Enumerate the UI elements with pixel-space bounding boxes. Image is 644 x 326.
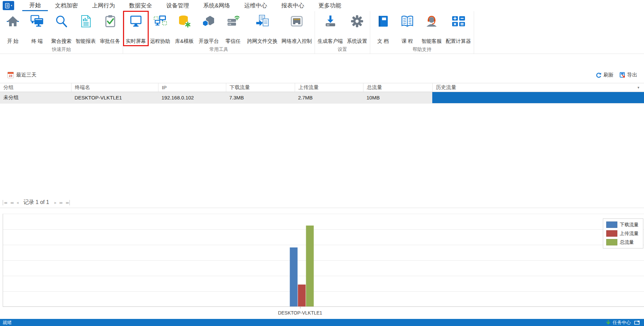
task-window-icon[interactable] [634,321,640,325]
cell-ip: 192.168.0.102 [158,92,226,103]
ribbon: 开 始 终 端 [0,11,644,54]
app-menu-icon [5,3,10,8]
next-page-button[interactable]: ▸ [54,200,56,205]
terminal-icon [30,13,45,29]
pagination-bar: ◂◂ ◂◂ ◂ 记录 1 of 1 ▸ ▸▸ ▸▸ [0,197,644,208]
smart-service-button[interactable]: 智能客服 [419,11,444,46]
search-icon [54,13,69,29]
legend-item-upload: 上传流量 [606,230,640,237]
bar-upload [298,285,305,306]
home-button[interactable]: 开 始 [1,11,25,46]
cross-network-file-button[interactable]: 跨网文件交换 [245,11,280,46]
column-header-history[interactable]: 历史流量 ▼ [432,83,644,92]
tab-device-management[interactable]: 设备管理 [159,0,196,11]
zero-trust-icon [226,13,240,29]
column-header-ip[interactable]: IP [158,83,226,92]
column-header-terminal[interactable]: 终端名 [71,83,158,92]
export-icon [620,72,625,78]
fast-next-page-button[interactable]: ▸▸ [59,200,63,205]
ribbon-group-common-tools: 实时屏幕 远程协助 [123,11,315,54]
cell-terminal: DESKTOP-VLKTLE1 [71,92,158,103]
legend-swatch-upload [606,230,617,237]
date-range-filter[interactable]: 23 最近三天 [7,72,36,78]
network-access-control-button[interactable]: 网络准入控制 [280,11,314,46]
refresh-icon [596,72,602,78]
table-header: 分组 终端名 IP 下载流量 上传流量 总流量 历史流量 ▼ [0,83,644,92]
library-template-button[interactable]: 库&模板 [172,11,197,46]
last-page-button[interactable]: ▸▸ [66,200,70,205]
table-row[interactable]: 未分组 DESKTOP-VLKTLE1 192.168.0.102 7.3MB … [0,92,644,103]
fast-prev-page-button[interactable]: ◂◂ [10,200,13,205]
realtime-screen-button[interactable]: 实时屏幕 [124,11,148,46]
cell-group: 未分组 [0,92,71,103]
column-header-total[interactable]: 总流量 [363,83,432,92]
group-label-help-support: 帮助支持 [370,46,474,54]
document-button[interactable]: 文 档 [371,11,395,46]
tab-doc-encryption[interactable]: 文档加密 [48,0,85,11]
config-calculator-icon [451,13,466,29]
calendar-icon: 23 [7,72,14,78]
chart-plot-area [3,214,644,307]
tab-more-features[interactable]: 更多功能 [311,0,348,11]
x-axis-tick [300,307,300,308]
home-icon [5,13,20,29]
tab-data-security[interactable]: 数据安全 [122,0,159,11]
tab-web-behavior[interactable]: 上网行为 [85,0,122,11]
terminal-button[interactable]: 终 端 [25,11,49,46]
cell-upload: 2.7MB [295,92,363,103]
ribbon-group-quick-start: 开 始 终 端 [0,11,123,54]
first-page-button[interactable]: ◂◂ [3,200,7,205]
system-settings-button[interactable]: 系统设置 [345,11,369,46]
tab-ops-center[interactable]: 运维中心 [237,0,274,11]
legend-item-total: 总流量 [606,239,640,245]
ribbon-group-settings: 生成客户端 系统设置 [315,11,370,54]
generate-client-icon [323,13,338,29]
legend-swatch-download [606,221,617,228]
cell-total: 10MB [363,92,432,103]
group-label-quick-start: 快速开始 [0,46,123,54]
legend-item-download: 下载流量 [606,221,640,228]
tab-system-network[interactable]: 系统&网络 [196,0,237,11]
cell-history [432,92,644,103]
column-header-group[interactable]: 分组 [0,83,71,92]
refresh-button[interactable]: 刷新 [596,72,614,78]
chart-legend: 下载流量 上传流量 总流量 [603,218,643,248]
config-calculator-button[interactable]: 配置计算器 [444,11,473,46]
remote-assist-icon [153,13,168,29]
approval-task-icon [103,13,117,29]
date-range-label: 最近三天 [16,72,36,78]
x-axis-category-label: DESKTOP-VLKTLE1 [278,310,322,316]
zero-trust-button[interactable]: 零信任 [221,11,245,46]
tab-home[interactable]: 开始 [22,0,48,11]
approval-task-button[interactable]: 审批任务 [98,11,122,46]
generate-client-button[interactable]: 生成客户端 [316,11,345,46]
course-icon [400,13,415,29]
export-button[interactable]: 导出 [620,72,637,78]
traffic-bar-chart: DESKTOP-VLKTLE1 下载流量 上传流量 总流量 [0,208,644,319]
document-icon [376,13,390,29]
open-platform-button[interactable]: 开放平台 [197,11,221,46]
prev-page-button[interactable]: ◂ [16,200,18,205]
task-center-button[interactable]: 任务中心 [606,320,631,326]
remote-assist-button[interactable]: 远程协助 [148,11,172,46]
ribbon-tab-bar: ▾ 开始 文档加密 上网行为 数据安全 设备管理 系统&网络 运维中心 报表中心… [0,0,644,11]
group-label-common-tools: 常用工具 [123,46,315,54]
content-toolbar: 23 最近三天 刷新 导出 [0,54,644,83]
smart-report-button[interactable]: 智能报表 [74,11,98,46]
empty-area [0,103,644,197]
status-ready-label: 就绪 [3,320,12,326]
realtime-screen-icon [128,13,143,29]
tab-report-center[interactable]: 报表中心 [274,0,311,11]
open-platform-icon [201,13,216,29]
column-header-download[interactable]: 下载流量 [226,83,295,92]
library-template-icon [177,13,192,29]
app-menu-button[interactable]: ▾ [3,1,14,10]
group-label-settings: 设置 [315,46,370,54]
aggregate-search-button[interactable]: 聚合搜索 [49,11,74,46]
course-button[interactable]: 课 程 [395,11,419,46]
column-filter-dropdown-icon[interactable]: ▼ [637,86,640,89]
legend-swatch-total [606,239,617,245]
smart-report-icon [78,13,93,29]
column-header-upload[interactable]: 上传流量 [295,83,363,92]
history-traffic-bar [432,92,644,103]
